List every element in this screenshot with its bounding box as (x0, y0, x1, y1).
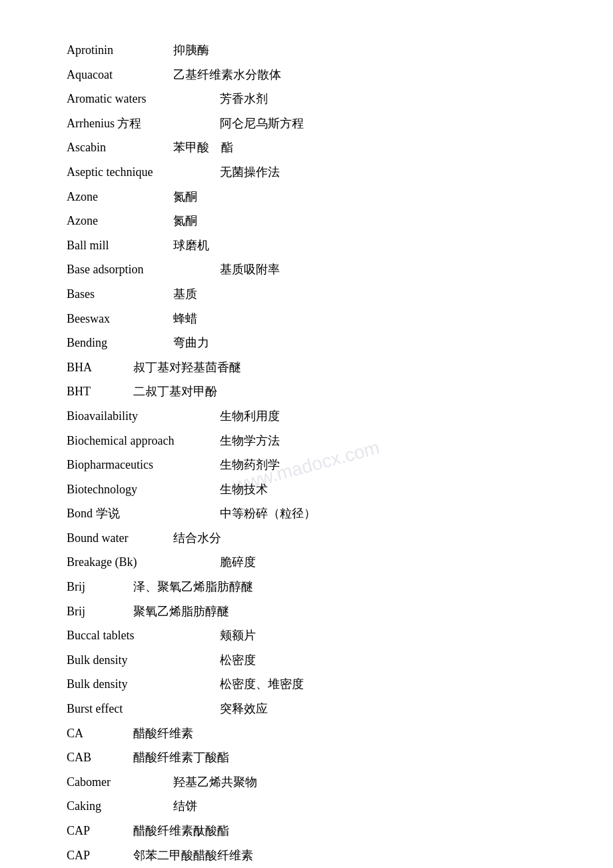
list-item: Biotechnology生物技术 (67, 479, 560, 500)
definition-label: 松密度 (220, 650, 256, 671)
list-item: BHA叔丁基对羟基茴香醚 (67, 357, 560, 378)
term-label: Cabomer (67, 772, 173, 793)
list-item: Bond 学说中等粉碎（粒径） (67, 503, 560, 524)
term-label: Brij (67, 577, 133, 597)
definition-label: 中等粉碎（粒径） (220, 503, 316, 524)
term-label: Bound water (67, 528, 173, 549)
definition-label: 结合水分 (173, 528, 221, 549)
list-item: Buccal tablets颊额片 (67, 625, 560, 646)
term-label: BHT (67, 381, 133, 402)
list-item: Bases基质 (67, 284, 560, 305)
definition-label: 羟基乙烯共聚物 (173, 772, 257, 793)
list-item: Azone氮酮 (67, 211, 560, 231)
list-item: Bulk density松密度 (67, 650, 560, 671)
list-item: Aquacoat乙基纤维素水分散体 (67, 65, 560, 85)
definition-label: 泽、聚氧乙烯脂肪醇醚 (133, 577, 253, 597)
term-label: Bulk density (67, 674, 220, 695)
term-label: Beeswax (67, 309, 173, 329)
definition-label: 聚氧乙烯脂肪醇醚 (133, 601, 229, 622)
term-label: Bending (67, 333, 173, 353)
definition-label: 醋酸纤维素 (133, 723, 193, 744)
list-item: CAP醋酸纤维素酞酸酯 (67, 821, 560, 841)
definition-label: 结饼 (173, 796, 197, 817)
list-item: CA醋酸纤维素 (67, 723, 560, 744)
term-label: Ascabin (67, 137, 173, 158)
list-item: Brij泽、聚氧乙烯脂肪醇醚 (67, 577, 560, 597)
definition-label: 基质吸附率 (220, 259, 280, 280)
term-label: Biochemical approach (67, 431, 220, 451)
list-item: Biochemical approach生物学方法 (67, 431, 560, 451)
term-label: BHA (67, 357, 133, 378)
definition-label: 无菌操作法 (220, 162, 280, 183)
definition-label: 抑胰酶 (173, 40, 209, 61)
term-label: Breakage (Bk) (67, 552, 220, 573)
term-label: Aromatic waters (67, 89, 220, 109)
definition-label: 醋酸纤维素酞酸酯 (133, 821, 229, 841)
definition-label: 醋酸纤维素丁酸酯 (133, 747, 229, 768)
definition-label: 颊额片 (220, 625, 256, 646)
list-item: Ascabin苯甲酸 酯 (67, 137, 560, 158)
list-item: Bending弯曲力 (67, 333, 560, 353)
definition-label: 球磨机 (173, 235, 209, 256)
definition-label: 乙基纤维素水分散体 (173, 65, 281, 85)
list-item: Aprotinin抑胰酶 (67, 40, 560, 61)
list-item: Brij聚氧乙烯脂肪醇醚 (67, 601, 560, 622)
list-item: Caking结饼 (67, 796, 560, 817)
definition-label: 生物技术 (220, 479, 268, 500)
term-label: Base adsorption (67, 259, 220, 280)
list-item: Biopharmaceutics生物药剂学 (67, 455, 560, 475)
list-item: Cabomer羟基乙烯共聚物 (67, 772, 560, 793)
term-label: Arrhenius 方程 (67, 113, 220, 134)
list-item: Base adsorption基质吸附率 (67, 259, 560, 280)
list-item: Ball mill球磨机 (67, 235, 560, 256)
term-label: Aquacoat (67, 65, 173, 85)
term-label: Brij (67, 601, 133, 622)
term-label: Azone (67, 187, 173, 207)
list-item: Bulk density松密度、堆密度 (67, 674, 560, 695)
definition-label: 突释效应 (220, 699, 268, 719)
term-label: CAB (67, 747, 133, 768)
definition-label: 生物药剂学 (220, 455, 280, 475)
definition-label: 芳香水剂 (220, 89, 268, 109)
definition-label: 邻苯二甲酸醋酸纤维素 (133, 845, 253, 866)
definition-label: 生物学方法 (220, 431, 280, 451)
term-label: Biotechnology (67, 479, 220, 500)
list-item: Bioavailability生物利用度 (67, 406, 560, 427)
definition-label: 氮酮 (173, 187, 197, 207)
term-label: Aseptic technique (67, 162, 220, 183)
term-label: Bulk density (67, 650, 220, 671)
term-label: Azone (67, 211, 173, 231)
list-item: CAP邻苯二甲酸醋酸纤维素 (67, 845, 560, 866)
content-area: Aprotinin抑胰酶Aquacoat乙基纤维素水分散体Aromatic wa… (67, 40, 560, 868)
term-label: Bioavailability (67, 406, 220, 427)
list-item: Bound water结合水分 (67, 528, 560, 549)
definition-label: 氮酮 (173, 211, 197, 231)
list-item: Aromatic waters芳香水剂 (67, 89, 560, 109)
definition-label: 苯甲酸 酯 (173, 137, 233, 158)
term-label: CAP (67, 821, 133, 841)
list-item: Aseptic technique无菌操作法 (67, 162, 560, 183)
list-item: Burst effect突释效应 (67, 699, 560, 719)
list-item: Breakage (Bk)脆碎度 (67, 552, 560, 573)
list-item: BHT二叔丁基对甲酚 (67, 381, 560, 402)
definition-label: 生物利用度 (220, 406, 280, 427)
definition-label: 二叔丁基对甲酚 (133, 381, 217, 402)
definition-label: 叔丁基对羟基茴香醚 (133, 357, 241, 378)
term-label: CAP (67, 845, 133, 866)
term-label: Caking (67, 796, 173, 817)
term-label: Burst effect (67, 699, 220, 719)
definition-label: 阿仑尼乌斯方程 (220, 113, 304, 134)
term-label: Bond 学说 (67, 503, 220, 524)
term-label: Bases (67, 284, 173, 305)
term-label: CA (67, 723, 133, 744)
definition-label: 基质 (173, 284, 197, 305)
list-item: Beeswax蜂蜡 (67, 309, 560, 329)
list-item: Arrhenius 方程阿仑尼乌斯方程 (67, 113, 560, 134)
term-label: Aprotinin (67, 40, 173, 61)
definition-label: 松密度、堆密度 (220, 674, 304, 695)
definition-label: 脆碎度 (220, 552, 256, 573)
term-label: Biopharmaceutics (67, 455, 220, 475)
term-label: Buccal tablets (67, 625, 220, 646)
term-label: Ball mill (67, 235, 173, 256)
list-item: Azone氮酮 (67, 187, 560, 207)
